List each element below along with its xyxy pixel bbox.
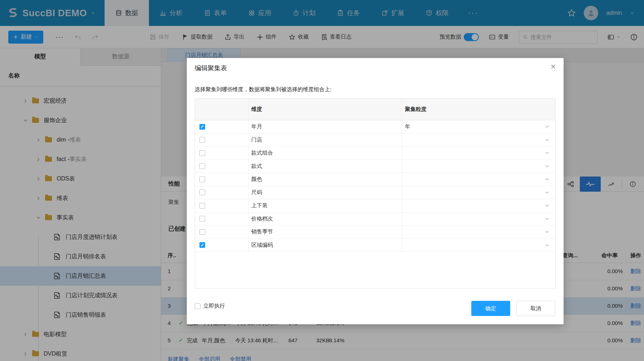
dimension-name: 门店 [248,134,402,147]
dimension-row-size: 尺码 [195,186,555,200]
row-checkbox[interactable] [199,203,205,209]
execute-now-label: 立即执行 [203,303,225,309]
dimension-row-style: 款式 [195,160,555,173]
execute-now-checkbox[interactable] [195,303,200,309]
granularity-select[interactable] [402,134,555,147]
chevron-down-icon [545,203,550,208]
chevron-down-icon [545,138,550,142]
chevron-down-icon [545,177,550,182]
row-checkbox[interactable] [199,150,205,156]
chevron-down-icon [545,217,550,221]
dimension-name: 尺码 [248,186,402,199]
chevron-down-icon [545,190,550,195]
row-checkbox[interactable] [199,229,205,235]
row-checkbox[interactable] [199,177,205,182]
granularity-select[interactable] [402,147,555,160]
row-checkbox[interactable] [199,137,205,143]
row-checkbox[interactable] [199,216,205,222]
dimension-name: 年月 [248,120,402,133]
dimension-table: 维度 聚集粒度 年月 年 门店 款式组合 [195,98,556,289]
chevron-down-icon [545,151,550,155]
cancel-button[interactable]: 取消 [516,301,555,316]
granularity-select[interactable]: 年 [402,120,555,133]
dimension-row-style-combo: 款式组合 [195,147,555,160]
granularity-select[interactable] [402,199,555,212]
dimension-row-yearmonth: 年月 年 [195,120,555,134]
dimension-name: 区域编码 [248,239,402,252]
close-icon[interactable]: × [551,62,556,71]
dialog-title: 编辑聚集表 [195,64,227,72]
dimension-column-header: 维度 [248,99,402,120]
chevron-down-icon [545,243,550,248]
dimension-row-store: 门店 [195,134,555,147]
row-checkbox-checked[interactable] [199,124,205,130]
granularity-select[interactable] [402,239,555,252]
dimension-name: 款式 [248,160,402,173]
dimension-name: 价格档次 [248,213,402,226]
dimension-row-topbottom: 上下装 [195,199,555,213]
chevron-down-icon [545,229,550,234]
edit-aggregate-dialog: 编辑聚集表 × 选择聚集到哪些维度，数据将聚集到被选择的维度组合上: 维度 聚集… [187,58,564,324]
granularity-value: 年 [405,123,410,130]
dimension-name: 款式组合 [248,147,402,160]
dimension-name: 颜色 [248,173,402,186]
dimension-row-price-tier: 价格档次 [195,213,555,226]
chevron-down-icon [545,124,550,129]
dimension-name: 上下装 [248,199,402,212]
dimension-row-color: 颜色 [195,173,555,186]
dimension-row-season: 销售季节 [195,226,555,239]
dimension-name: 销售季节 [248,226,402,239]
row-checkbox[interactable] [199,190,205,195]
dimension-table-header: 维度 聚集粒度 [195,99,555,120]
dialog-description: 选择聚集到哪些维度，数据将聚集到被选择的维度组合上: [195,86,331,93]
app-window: SuccBI DEMO 数据 分析 表单 应用 计划 [0,0,644,361]
granularity-select[interactable] [402,173,555,186]
dimension-row-region-code: 区域编码 [195,239,555,252]
ok-button[interactable]: 确定 [471,301,510,316]
granularity-select[interactable] [402,160,555,173]
row-checkbox[interactable] [199,163,205,169]
granularity-column-header: 聚集粒度 [402,99,555,120]
granularity-select[interactable] [402,213,555,226]
chevron-down-icon [545,164,550,169]
row-checkbox-checked[interactable] [199,242,205,248]
execute-now-group: 立即执行 [195,303,225,309]
granularity-select[interactable] [402,226,555,239]
granularity-select[interactable] [402,186,555,199]
